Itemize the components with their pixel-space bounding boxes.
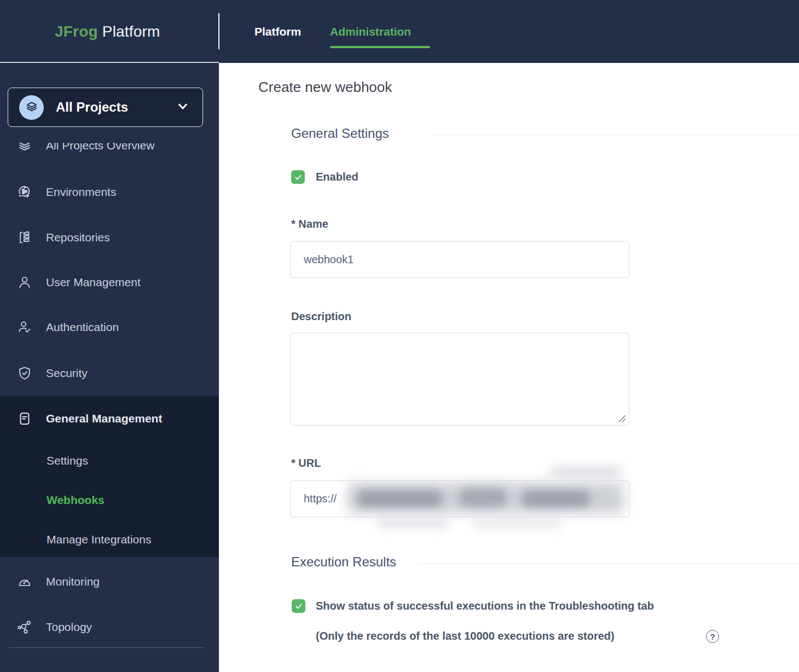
checkmark-icon	[294, 602, 303, 611]
url-input[interactable]	[290, 480, 629, 517]
execution-results-heading: Execution Results	[291, 554, 396, 570]
gauge-icon	[16, 573, 33, 590]
logo-product-text: Platform	[102, 23, 160, 40]
project-selector-dropdown[interactable]: All Projects	[8, 88, 203, 127]
sidebar-item-label: Authentication	[46, 321, 119, 334]
jfrog-platform-window: JFrog Platform Platform Administration A…	[0, 0, 799, 672]
sidebar-item-manage-integrations[interactable]: Manage Integrations	[0, 528, 219, 551]
sidebar-item-label: Security	[46, 367, 88, 380]
sidebar-item-monitoring[interactable]: Monitoring	[0, 570, 219, 593]
sidebar-item-label: Settings	[47, 454, 88, 467]
sidebar-item-all-projects-overview-clipped[interactable]: All Projects Overview	[0, 143, 219, 157]
sidebar-item-label: Environments	[46, 186, 116, 199]
sidebar-item-repositories[interactable]: Repositories	[0, 226, 219, 249]
environments-icon	[16, 184, 33, 200]
header-sidebar-separator	[0, 62, 219, 63]
sidebar-item-webhooks[interactable]: Webhooks	[0, 489, 219, 512]
sidebar-item-label: User Management	[46, 276, 141, 289]
all-projects-icon	[19, 95, 44, 120]
project-selector-label: All Projects	[56, 100, 175, 115]
general-settings-rule	[432, 135, 799, 135]
sidebar-item-label: Manage Integrations	[47, 533, 151, 546]
checkmark-icon	[294, 173, 303, 182]
chevron-down-icon	[175, 99, 190, 116]
sidebar-item-label: General Management	[46, 412, 162, 425]
user-check-icon	[16, 319, 33, 335]
execution-results-rule	[419, 563, 799, 564]
sidebar-item-label: All Projects Overview	[46, 143, 154, 152]
sidebar-item-general-management[interactable]: General Management	[0, 407, 219, 430]
enabled-label: Enabled	[316, 170, 358, 184]
document-icon	[16, 410, 33, 427]
general-management-section: General Management Settings Webhooks Man…	[0, 396, 219, 557]
webhook-form-panel: Create new webhook General Settings Enab…	[219, 63, 799, 672]
top-header: JFrog Platform Platform Administration	[0, 0, 799, 63]
repositories-icon	[16, 229, 33, 246]
description-label: Description	[291, 310, 351, 323]
sidebar-item-settings[interactable]: Settings	[0, 449, 219, 472]
general-settings-heading: General Settings	[291, 126, 389, 141]
records-note: (Only the records of the last 10000 exec…	[316, 629, 615, 643]
name-label: * Name	[291, 218, 328, 230]
active-tab-underline	[330, 46, 430, 48]
name-input[interactable]	[290, 241, 629, 278]
page-title: Create new webhook	[258, 79, 392, 96]
header-divider	[218, 13, 219, 49]
sidebar-item-environments[interactable]: Environments	[0, 181, 219, 204]
description-textarea[interactable]	[290, 333, 629, 426]
sidebar-divider	[9, 647, 203, 648]
logo-brand-text: JFrog	[55, 23, 98, 40]
topology-icon	[16, 619, 33, 635]
sidebar-item-topology[interactable]: Topology	[0, 616, 219, 639]
url-field-wrap	[290, 480, 629, 517]
sidebar-item-authentication[interactable]: Authentication	[0, 316, 219, 339]
sidebar-item-label: Webhooks	[47, 494, 105, 507]
help-icon[interactable]: ?	[706, 630, 719, 643]
show-status-checkbox[interactable]	[292, 599, 305, 613]
tab-platform[interactable]: Platform	[254, 0, 301, 63]
sidebar-item-label: Topology	[46, 621, 92, 634]
url-label: * URL	[291, 457, 321, 470]
admin-sidebar: All Projects All Projects Overview	[0, 63, 219, 672]
shield-check-icon	[16, 365, 33, 381]
tab-administration[interactable]: Administration	[330, 0, 411, 63]
enabled-checkbox[interactable]	[291, 170, 305, 184]
sidebar-item-label: Repositories	[46, 231, 110, 244]
show-status-label: Show status of successful executions in …	[316, 599, 654, 613]
user-icon	[16, 274, 33, 291]
sidebar-item-label: Monitoring	[46, 575, 100, 588]
sidebar-item-security[interactable]: Security	[0, 362, 219, 385]
sidebar-item-user-management[interactable]: User Management	[0, 271, 219, 294]
jfrog-logo[interactable]: JFrog Platform	[55, 0, 160, 63]
layers-icon	[16, 143, 33, 154]
